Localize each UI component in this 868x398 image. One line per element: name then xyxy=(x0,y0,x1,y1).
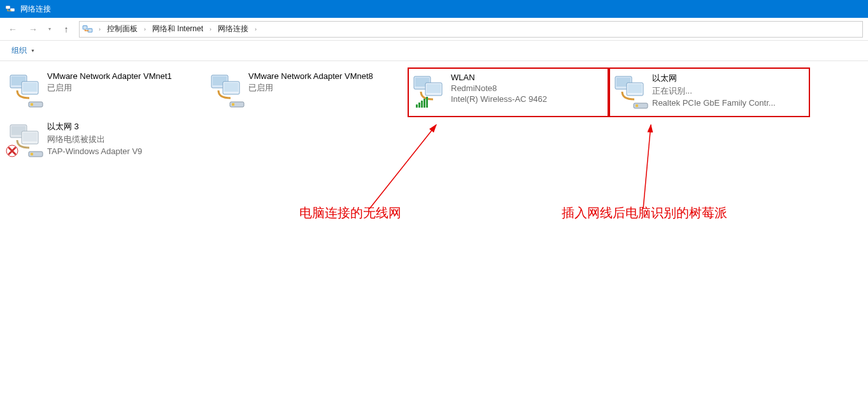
svg-rect-9 xyxy=(31,103,33,106)
svg-rect-28 xyxy=(628,84,642,93)
svg-rect-37 xyxy=(31,153,33,155)
wifi-signal-icon xyxy=(415,96,430,108)
svg-rect-30 xyxy=(636,104,638,107)
adapter-item[interactable]: 以太网 3 网络电缆被拔出 TAP-Windows Adapter V9 xyxy=(5,117,206,167)
svg-rect-24 xyxy=(426,97,428,108)
annotation-ethernet: 插入网线后电脑识别的树莓派 xyxy=(562,204,727,222)
titlebar: 网络连接 xyxy=(0,0,868,18)
up-button[interactable]: ↑ xyxy=(59,22,74,37)
toolbar: 组织 ▼ xyxy=(0,41,868,61)
forward-button[interactable]: → xyxy=(25,22,41,37)
svg-rect-2 xyxy=(83,25,87,29)
nic-icon xyxy=(633,102,648,110)
network-icon xyxy=(82,24,94,35)
adapter-name: WLAN xyxy=(451,73,547,82)
nic-icon xyxy=(28,150,43,158)
chevron-down-icon: ▼ xyxy=(31,48,35,53)
adapter-name: 以太网 3 xyxy=(47,121,142,132)
adapter-name: VMware Network Adapter VMnet8 xyxy=(248,71,373,81)
network-adapter-icon xyxy=(209,71,243,106)
adapter-device: Realtek PCIe GbE Family Contr... xyxy=(652,98,776,108)
network-adapter-icon xyxy=(411,73,446,107)
adapter-status: 正在识别... xyxy=(652,85,776,97)
svg-rect-21 xyxy=(418,103,420,108)
adapter-item-wlan[interactable]: WLAN RedmiNote8 Intel(R) Wireless-AC 946… xyxy=(408,68,609,117)
content-area: VMware Network Adapter VMnet1 已启用 VMwa xyxy=(0,61,868,398)
chevron-right-icon[interactable]: › xyxy=(141,26,148,32)
svg-rect-7 xyxy=(23,83,37,92)
organize-label: 组织 xyxy=(11,45,27,56)
adapter-grid: VMware Network Adapter VMnet1 已启用 VMwa xyxy=(5,68,863,167)
disconnected-x-icon xyxy=(5,144,19,158)
history-dropdown[interactable]: ▾ xyxy=(46,22,53,37)
breadcrumb-item[interactable]: 网络和 Internet xyxy=(151,22,204,36)
adapter-name: VMware Network Adapter VMnet1 xyxy=(47,71,172,81)
adapter-item[interactable]: VMware Network Adapter VMnet8 已启用 xyxy=(206,68,408,117)
svg-rect-20 xyxy=(416,104,418,108)
adapter-item[interactable]: VMware Network Adapter VMnet1 已启用 xyxy=(5,68,206,117)
svg-rect-22 xyxy=(421,101,423,108)
nic-icon xyxy=(28,101,43,108)
svg-rect-0 xyxy=(6,6,10,9)
svg-rect-13 xyxy=(224,83,238,92)
adapter-status: 已启用 xyxy=(248,82,373,94)
network-adapter-icon xyxy=(613,73,647,107)
back-button[interactable]: ← xyxy=(5,22,20,37)
adapter-item-ethernet[interactable]: 以太网 正在识别... Realtek PCIe GbE Family Cont… xyxy=(609,68,810,117)
svg-rect-19 xyxy=(427,84,441,93)
nic-icon xyxy=(229,101,245,108)
adapter-name: 以太网 xyxy=(652,73,776,84)
breadcrumb-item[interactable]: 网络连接 xyxy=(217,22,250,36)
breadcrumb-item[interactable]: 控制面板 xyxy=(106,22,139,36)
svg-rect-34 xyxy=(23,132,37,141)
chevron-right-icon[interactable]: › xyxy=(207,26,214,32)
adapter-device: Intel(R) Wireless-AC 9462 xyxy=(451,94,547,104)
adapter-status: 已启用 xyxy=(47,82,172,94)
network-adapter-icon xyxy=(8,121,42,155)
window-title: 网络连接 xyxy=(20,4,51,15)
chevron-right-icon[interactable]: › xyxy=(96,26,103,32)
organize-button[interactable]: 组织 ▼ xyxy=(8,43,39,59)
adapter-status: 网络电缆被拔出 xyxy=(47,134,142,145)
svg-rect-23 xyxy=(423,99,425,108)
chevron-right-icon[interactable]: › xyxy=(252,26,259,32)
adapter-device: TAP-Windows Adapter V9 xyxy=(47,146,142,156)
network-adapter-icon xyxy=(8,71,42,106)
navigation-bar: ← → ▾ ↑ › 控制面板 › 网络和 Internet › 网络连接 › xyxy=(0,18,868,41)
adapter-status: RedmiNote8 xyxy=(451,83,547,93)
breadcrumb[interactable]: › 控制面板 › 网络和 Internet › 网络连接 › xyxy=(79,21,863,38)
annotation-wifi: 电脑连接的无线网 xyxy=(299,204,401,222)
network-icon xyxy=(5,4,15,14)
svg-rect-15 xyxy=(232,103,234,106)
